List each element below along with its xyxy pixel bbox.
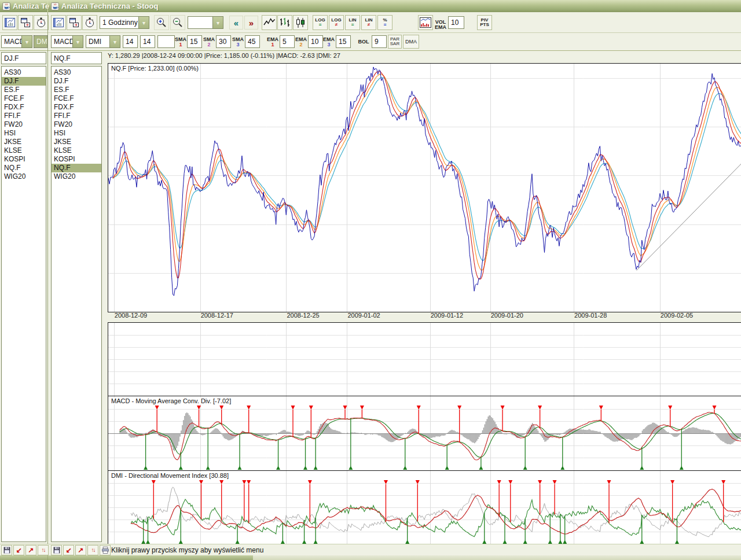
- bg-arrows-updown-button[interactable]: ↑↓: [38, 545, 49, 555]
- list-item[interactable]: NQ.F: [52, 164, 101, 172]
- scroll-right-button[interactable]: »: [244, 16, 258, 30]
- list-item[interactable]: JKSE: [2, 138, 46, 146]
- list-item[interactable]: WIG20: [52, 172, 101, 181]
- price-chart-canvas[interactable]: [108, 64, 741, 312]
- bg-indicator1-dropdown[interactable]: MACD ▾: [1, 35, 32, 48]
- list-item[interactable]: FDX.F: [52, 103, 101, 112]
- save-icon: [53, 546, 61, 554]
- lin-equal-scale-button[interactable]: LIN=: [345, 15, 360, 30]
- status-message: Kliknij prawy przycisk myszy aby wyświet…: [111, 546, 263, 554]
- ema2-input[interactable]: [308, 35, 323, 48]
- zoom-in-button[interactable]: [154, 15, 169, 30]
- list-item[interactable]: FDX.F: [2, 103, 46, 112]
- indicator-param3-input[interactable]: [157, 35, 175, 48]
- chevron-down-icon[interactable]: ▾: [21, 36, 32, 47]
- pivot-points-button[interactable]: PIVPTS: [477, 15, 492, 30]
- macd-panel[interactable]: MACD - Moving Average Conv. Div. [-7.02]: [108, 396, 741, 471]
- macd-panel-canvas[interactable]: [108, 396, 741, 470]
- list-item[interactable]: FFI.F: [2, 112, 46, 120]
- export-window-button[interactable]: [18, 15, 33, 30]
- sma3-input[interactable]: [245, 35, 260, 48]
- list-item[interactable]: ES.F: [2, 86, 46, 94]
- list-item[interactable]: HSI: [2, 129, 46, 138]
- line-chart-type-button[interactable]: [262, 15, 277, 30]
- zoom-out-button[interactable]: [170, 15, 185, 30]
- chart-window-icon: [53, 17, 64, 28]
- dmi-panel[interactable]: DMI - Directional Movement Index [30.88]: [108, 470, 741, 545]
- dma-button[interactable]: DMA: [403, 35, 419, 49]
- candlestick-chart-type-button[interactable]: [293, 15, 308, 30]
- list-item[interactable]: KOSPI: [52, 155, 101, 164]
- volume-panel-canvas[interactable]: [108, 323, 741, 396]
- list-item[interactable]: JKSE: [52, 138, 101, 146]
- list-item[interactable]: AS30: [52, 68, 101, 77]
- percent-scale-button[interactable]: %=: [377, 15, 392, 30]
- log-unequal-scale-button[interactable]: LOG≠: [329, 15, 344, 30]
- export-window-button[interactable]: [67, 15, 82, 30]
- volume-panel-button[interactable]: [418, 15, 433, 30]
- list-item[interactable]: FCE.F: [52, 94, 101, 103]
- bollinger-input[interactable]: [372, 35, 387, 48]
- chevron-down-icon[interactable]: ▾: [138, 17, 149, 28]
- list-item[interactable]: DJ.F: [52, 77, 101, 86]
- ema1-input[interactable]: [280, 35, 295, 48]
- equal-sign: =: [351, 22, 354, 27]
- bg-symbol-filter-input[interactable]: DJ.F: [1, 52, 46, 64]
- ema3-input[interactable]: [336, 35, 351, 48]
- vol-ema-input[interactable]: [448, 16, 464, 29]
- scroll-left-button[interactable]: «: [229, 16, 243, 30]
- list-item[interactable]: KLSE: [2, 146, 46, 155]
- price-chart-panel[interactable]: NQ.F [Price: 1,233.00] (0.00%): [108, 63, 741, 312]
- arrow-upright-button[interactable]: ↗: [75, 545, 86, 555]
- bg-save-button[interactable]: [1, 545, 12, 555]
- list-item[interactable]: FW20: [52, 120, 101, 129]
- background-window-titlebar[interactable]: Analiza Te: [0, 0, 50, 12]
- indicator1-dropdown[interactable]: MACD ▾: [51, 35, 83, 48]
- timer-button[interactable]: [82, 15, 97, 30]
- list-item[interactable]: KOSPI: [2, 155, 46, 164]
- list-item[interactable]: FCE.F: [2, 94, 46, 103]
- list-item[interactable]: DJ.F: [2, 77, 46, 86]
- list-item[interactable]: WIG20: [2, 172, 46, 181]
- symbol-filter-input[interactable]: NQ.F: [51, 52, 102, 64]
- indicator2-dropdown[interactable]: DMI ▾: [86, 35, 120, 48]
- zoom-out-icon: [171, 16, 184, 29]
- ohlc-chart-type-button[interactable]: [277, 15, 292, 30]
- sma2-input[interactable]: [216, 35, 231, 48]
- list-item[interactable]: NQ.F: [2, 164, 46, 172]
- parabolic-sar-button[interactable]: PARSAR: [388, 35, 402, 49]
- arrow-downleft-button[interactable]: ↙: [63, 545, 74, 555]
- symbol-list[interactable]: AS30DJ.FES.FFCE.FFDX.FFFI.FFW20HSIJKSEKL…: [51, 66, 102, 542]
- bg-arrow-downleft-button[interactable]: ↙: [13, 545, 24, 555]
- range-dropdown[interactable]: ▾: [188, 16, 223, 29]
- interval-dropdown[interactable]: 1 Godzinny ▾: [100, 16, 149, 29]
- list-item[interactable]: AS30: [2, 68, 46, 77]
- save-button[interactable]: [51, 545, 62, 555]
- sma1-input[interactable]: [187, 35, 202, 48]
- bg-indicator2-value: DM: [34, 38, 47, 46]
- dmi-panel-canvas[interactable]: [108, 471, 741, 544]
- bg-arrow-upright-button[interactable]: ↗: [25, 545, 36, 555]
- chevron-down-icon[interactable]: ▾: [72, 36, 83, 47]
- volume-panel[interactable]: [108, 322, 741, 396]
- timer-button[interactable]: [34, 15, 49, 30]
- list-item[interactable]: FW20: [2, 120, 46, 129]
- list-item[interactable]: KLSE: [52, 146, 101, 155]
- print-button[interactable]: [100, 545, 111, 555]
- chevron-down-icon[interactable]: ▾: [212, 17, 223, 28]
- list-item[interactable]: FFI.F: [52, 112, 101, 120]
- lin-unequal-scale-button[interactable]: LIN≠: [361, 15, 376, 30]
- list-item[interactable]: ES.F: [52, 86, 101, 94]
- chart-window-button[interactable]: [2, 15, 17, 30]
- window-titlebar[interactable]: Analiza Techniczna - Stooq: [47, 0, 741, 12]
- chevron-down-icon[interactable]: ▾: [109, 36, 120, 47]
- arrows-updown-button[interactable]: ↑↓: [87, 545, 98, 555]
- double-chevron-left-icon: «: [234, 19, 239, 27]
- bg-symbol-list[interactable]: AS30DJ.FES.FFCE.FFDX.FFFI.FFW20HSIJKSEKL…: [1, 66, 46, 542]
- bg-indicator2-dropdown[interactable]: DM: [34, 35, 47, 48]
- indicator-param2-input[interactable]: [140, 35, 155, 48]
- list-item[interactable]: HSI: [52, 129, 101, 138]
- indicator-param1-input[interactable]: [123, 35, 138, 48]
- log-equal-scale-button[interactable]: LOG=: [313, 15, 328, 30]
- chart-window-button[interactable]: [51, 15, 66, 30]
